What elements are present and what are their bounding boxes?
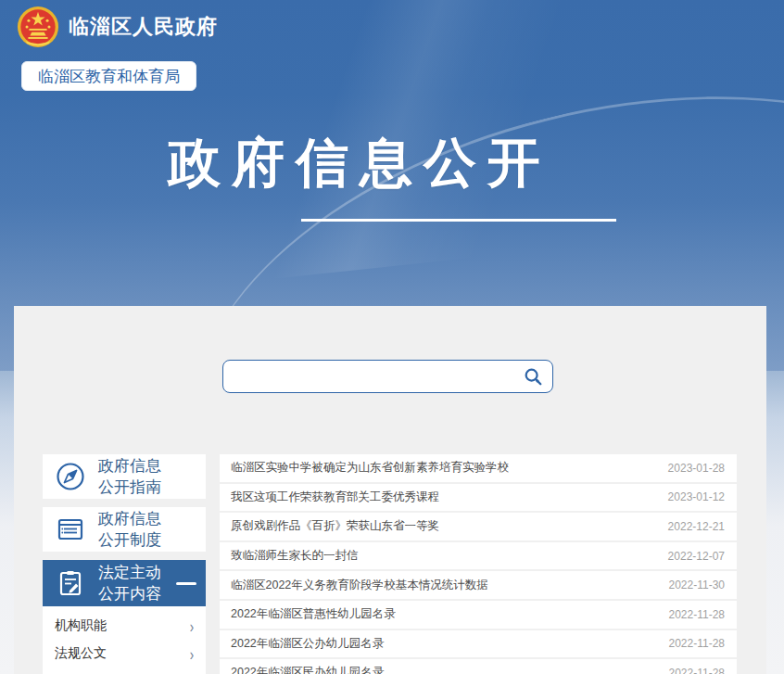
news-date: 2022-12-07 xyxy=(668,550,725,563)
search-icon xyxy=(523,366,543,387)
news-row[interactable]: 2022年临淄区公办幼儿园名录 2022-11-28 xyxy=(220,630,737,660)
submenu-item-regulations[interactable]: 法规公文 › xyxy=(43,640,206,668)
news-row[interactable]: 致临淄师生家长的一封信 2022-12-07 xyxy=(220,542,737,572)
news-row[interactable]: 临淄区2022年义务教育阶段学校基本情况统计数据 2022-11-30 xyxy=(220,571,737,601)
search-input[interactable] xyxy=(234,361,521,392)
document-list-icon xyxy=(54,513,87,546)
page-title: 政府信息公开 xyxy=(168,128,551,199)
chevron-right-icon: › xyxy=(190,617,194,635)
news-date: 2022-11-30 xyxy=(669,579,726,591)
news-title-link[interactable]: 2022年临淄区普惠性幼儿园名录 xyxy=(231,606,656,622)
compass-icon xyxy=(54,460,87,493)
collapse-indicator-icon xyxy=(176,582,196,585)
news-date: 2023-01-28 xyxy=(668,462,725,475)
hero-banner: 临淄区人民政府 临淄区教育和体育局 政府信息公开 xyxy=(0,0,784,306)
sidebar-item-label: 法定主动 公开内容 xyxy=(98,562,161,604)
sidebar-item-label: 政府信息 公开制度 xyxy=(98,508,161,551)
sidebar-item-label: 政府信息 公开指南 xyxy=(98,455,161,498)
china-national-emblem-icon xyxy=(17,6,59,48)
search-button[interactable] xyxy=(521,364,545,388)
submenu-label: 机构职能 xyxy=(55,617,107,634)
news-title-link[interactable]: 原创戏剧作品《百折》荣获山东省一等奖 xyxy=(231,518,655,534)
news-list: 临淄区实验中学被确定为山东省创新素养培育实验学校 2023-01-28 我区这项… xyxy=(220,454,737,674)
news-title-link[interactable]: 临淄区2022年义务教育阶段学校基本情况统计数据 xyxy=(231,578,656,593)
submenu-item-organization[interactable]: 机构职能 › xyxy=(43,612,206,640)
sidebar-item-gov-info-system[interactable]: 政府信息 公开制度 xyxy=(43,507,206,552)
news-date: 2022-11-28 xyxy=(669,637,726,650)
gov-site-name: 临淄区人民政府 xyxy=(69,13,218,41)
news-row[interactable]: 原创戏剧作品《百折》荣获山东省一等奖 2022-12-21 xyxy=(220,513,737,542)
chevron-right-icon: › xyxy=(190,644,194,663)
news-date: 2022-11-28 xyxy=(669,667,726,674)
content-panel: 政府信息 公开指南 政府信息 公开制度 xyxy=(14,306,766,674)
news-date: 2023-01-12 xyxy=(668,490,725,503)
department-button[interactable]: 临淄区教育和体育局 xyxy=(21,61,196,91)
news-title-link[interactable]: 临淄区实验中学被确定为山东省创新素养培育实验学校 xyxy=(231,460,655,476)
clipboard-pen-icon xyxy=(54,566,87,600)
news-title-link[interactable]: 2022年临淄区公办幼儿园名录 xyxy=(231,636,656,652)
news-row[interactable]: 2022年临淄区民办幼儿园名录 2022-11-28 xyxy=(220,659,737,674)
news-date: 2022-12-21 xyxy=(668,520,725,533)
sidebar-item-statutory-disclosure[interactable]: 法定主动 公开内容 xyxy=(43,560,206,606)
news-title-link[interactable]: 2022年临淄区民办幼儿园名录 xyxy=(231,665,656,674)
news-row[interactable]: 临淄区实验中学被确定为山东省创新素养培育实验学校 2023-01-28 xyxy=(220,454,737,484)
site-brand: 临淄区人民政府 xyxy=(17,6,218,48)
submenu-label: 法规公文 xyxy=(55,645,107,662)
sidebar-nav: 政府信息 公开指南 政府信息 公开制度 xyxy=(43,454,206,674)
news-title-link[interactable]: 致临淄师生家长的一封信 xyxy=(231,548,655,564)
page: 临淄区人民政府 临淄区教育和体育局 政府信息公开 xyxy=(0,0,784,674)
search-bar xyxy=(222,360,553,393)
news-row[interactable]: 我区这项工作荣获教育部关工委优秀课程 2023-01-12 xyxy=(220,484,737,514)
news-title-link[interactable]: 我区这项工作荣获教育部关工委优秀课程 xyxy=(231,490,655,505)
news-date: 2022-11-28 xyxy=(669,608,726,621)
sidebar-submenu: 机构职能 › 法规公文 › xyxy=(43,606,206,674)
news-row[interactable]: 2022年临淄区普惠性幼儿园名录 2022-11-28 xyxy=(220,601,737,630)
title-underline xyxy=(301,219,616,222)
sidebar-item-gov-info-guide[interactable]: 政府信息 公开指南 xyxy=(43,454,206,499)
